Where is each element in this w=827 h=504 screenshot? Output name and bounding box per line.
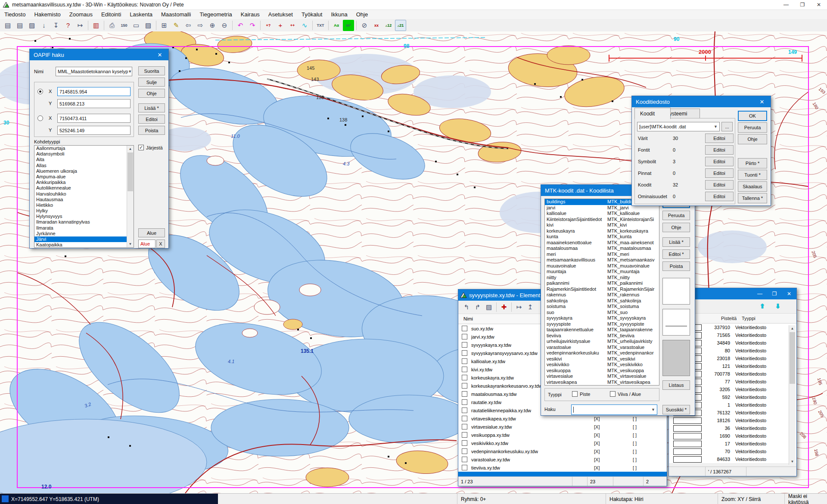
write-element-2-icon[interactable]: ↥ (525, 302, 535, 312)
color-swatch[interactable] (673, 433, 702, 439)
file-checkbox[interactable] (462, 432, 467, 438)
list-item[interactable]: Hylynsyvyys (34, 214, 134, 219)
menu-laskenta[interactable]: Laskenta (125, 10, 157, 19)
koodi-list-row[interactable]: syvyyskayraMTK_syvyyskayra (545, 315, 659, 321)
menu-zoomaus[interactable]: Zoomaus (65, 10, 97, 19)
klista-peruuta-button[interactable]: Peruuta (662, 211, 690, 220)
add-element-icon[interactable]: ✚ (499, 302, 509, 312)
koodi-list-row[interactable]: muuavoinalueMTK_muuavoinalue (545, 263, 659, 269)
pisteet-row[interactable]: 36Vektoritiedosto (669, 424, 796, 432)
oapif-poista-button[interactable]: Poista (138, 126, 165, 135)
color-swatch-2[interactable] (662, 309, 690, 336)
screen-icon[interactable]: ▭ (131, 20, 142, 31)
koodi-list-row[interactable]: taajaanrakennettualueMTK_taajaanrakenne (545, 327, 659, 333)
close-file-icon[interactable]: ▥ (90, 20, 102, 31)
read-hatch-icon[interactable]: ▨ (26, 20, 37, 31)
zoom-in-icon[interactable]: ⊕ (207, 20, 218, 31)
koodi-list-row[interactable]: vedenpinnankorkeuslukuMTK_vedenpinnankor (545, 350, 659, 356)
screen-hatch-icon[interactable]: ▨ (143, 20, 154, 31)
oapif-editoi-button[interactable]: Editoi (138, 115, 165, 124)
close-icon[interactable]: ✕ (151, 49, 168, 60)
list-item[interactable]: Jyrkänne (34, 231, 134, 236)
jarjesta-checkbox[interactable]: ✓ Järjestä (138, 145, 163, 150)
file-row[interactable]: tieviiva.xy.tdw[X][ ][ ] (458, 464, 667, 472)
file-checkbox[interactable] (462, 383, 467, 389)
pan-right-icon[interactable]: ⇨ (195, 20, 206, 31)
list-item[interactable]: Ankkuripaikka (34, 180, 134, 185)
point-add-icon[interactable]: + (275, 20, 286, 31)
pisteet-row[interactable]: 70Vektoritiedosto (669, 448, 796, 455)
zoom-out-icon[interactable]: ⊖ (219, 20, 230, 31)
alue-clear-button[interactable]: X (156, 240, 165, 248)
read-element-icon[interactable]: ↰ (461, 302, 472, 312)
read-file-icon[interactable]: ▤ (2, 20, 13, 31)
koodi-list-row[interactable]: paikannimiMTK_paikannimi (545, 280, 659, 286)
koodi-editoi-button[interactable]: Editoi (705, 157, 734, 166)
scroll-up-icon[interactable]: ▲ (127, 146, 134, 152)
oapif-suorita-button[interactable]: Suorita (138, 66, 165, 75)
list-item[interactable]: Ilmarata (34, 225, 134, 231)
color-swatch[interactable] (673, 456, 702, 463)
koodi-list-row[interactable]: virtavesikapeaMTK_virtavesikapea (545, 380, 659, 386)
koodi-tallenna-button[interactable]: Tallenna * (738, 193, 767, 203)
menu-tiegeometria[interactable]: Tiegeometria (195, 10, 236, 19)
koodi-tuonti-button[interactable]: Tuonti * (738, 170, 767, 180)
file-checkbox[interactable] (462, 350, 467, 356)
browse-button[interactable]: ... (721, 122, 733, 131)
file-row[interactable]: vedenpinnankorkeusluku.xy.tdw[X][ ][ ] (458, 447, 667, 455)
nimi-column-header[interactable]: Nimi (463, 316, 473, 321)
radio-coord-2[interactable] (37, 115, 43, 121)
menu-ikkuna[interactable]: Ikkuna (326, 10, 351, 19)
maximize-icon[interactable]: ❐ (767, 288, 782, 299)
koodi-list-row[interactable]: kallioalueMTK_kallioalue (545, 211, 659, 217)
koodi-list-row[interactable]: varastoalueMTK_varastoalue (545, 345, 659, 351)
piste-checkbox[interactable]: Piste (572, 391, 590, 397)
klista-editoi-button[interactable]: Editoi * (662, 249, 690, 259)
koodi-list-row[interactable]: virtavesialueMTK_virtavesialue (545, 373, 659, 380)
file-row[interactable]: vesikivikko.xy.tdw[X][ ][ ] (458, 439, 667, 447)
koodi-list-row[interactable]: syvyyspisteMTK_syvyyspiste (545, 321, 659, 327)
list-item[interactable]: Aita (34, 157, 134, 162)
move-up-icon[interactable]: ⬆ (756, 301, 769, 311)
undo-icon[interactable]: ↶ (235, 20, 246, 31)
file-checkbox[interactable] (462, 424, 467, 429)
koodi-list-row[interactable]: meriMTK_meri (545, 252, 659, 258)
zoom-window-icon[interactable]: ⊞ (159, 20, 170, 31)
file-row[interactable]: virtavesialue.xy.tdw[X][ ][ ] (458, 423, 667, 431)
koodi-editoi-button[interactable]: Editoi (705, 168, 734, 178)
list-item[interactable]: Kaatopaikka (34, 242, 134, 248)
viiva-alue-checkbox[interactable]: Viiva / Alue (610, 391, 641, 397)
tyyppi-column-header[interactable]: Tyyppi (742, 316, 755, 321)
file-checkbox[interactable] (462, 367, 467, 372)
koodi-editoi-button[interactable]: Editoi (705, 180, 734, 190)
read-element-2-icon[interactable]: ↱ (473, 302, 483, 312)
file-export-icon[interactable]: ↦ (75, 20, 86, 31)
delete-points-icon[interactable]: xx (371, 20, 382, 31)
pisteet-row[interactable]: 18126Vektoritiedosto (669, 417, 796, 424)
color-swatch[interactable] (673, 448, 702, 455)
color-swatch-1[interactable] (662, 278, 690, 305)
kohdetyyppi-scrollbar[interactable]: ▲ ▼ (127, 146, 134, 247)
read-hatch-icon[interactable]: ▨ (484, 302, 494, 312)
koodi-list-row[interactable]: kiviMTK_kivi (545, 222, 659, 228)
scale-150-icon[interactable]: 150 (118, 20, 130, 31)
read-file-2-icon[interactable]: ▤ (14, 20, 25, 31)
klista-lis-button[interactable]: Lisää * (662, 237, 690, 247)
file-checkbox[interactable] (462, 391, 467, 397)
koodi-piirto-button[interactable]: Piirto * (738, 158, 767, 168)
list-item[interactable]: Ilmaradan kannatinpylvas (34, 219, 134, 225)
pisteet-scrollbar[interactable]: ▲ ▼ (789, 325, 796, 465)
pisteet-row[interactable]: 84633Vektoritiedosto (669, 455, 796, 463)
coord-y-input-2[interactable]: 525246.149 (57, 126, 131, 135)
color-swatch[interactable] (673, 425, 702, 432)
color-swatch[interactable] (673, 441, 702, 447)
tab-koodit[interactable]: Koodit (634, 108, 671, 119)
koodi-list-row[interactable]: rakennusMTK_rakennus (545, 292, 659, 298)
txt-tool-icon[interactable]: TXT (315, 20, 326, 31)
koodi-list-row[interactable]: vesikivikkoMTK_vesikivikko (545, 362, 659, 368)
menu-tiedosto[interactable]: Tiedosto (0, 10, 30, 19)
zoom-pen-icon[interactable]: ✎ (171, 20, 182, 31)
koodi-skaalaus-button[interactable]: Skaalaus (738, 181, 767, 192)
print-icon[interactable]: ⎙ (106, 20, 118, 31)
file-checkbox[interactable] (462, 408, 467, 413)
